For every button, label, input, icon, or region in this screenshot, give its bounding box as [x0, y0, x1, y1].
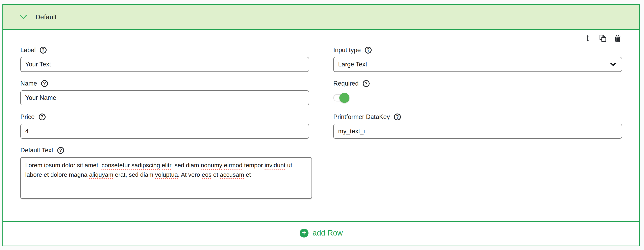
- row-config-body: Label ? Name ? Price ?: [3, 30, 639, 222]
- select-caret-icon: [610, 63, 616, 66]
- field-label: Default Text ?: [20, 146, 309, 154]
- row-toolbar: [20, 34, 622, 43]
- duplicate-icon: [598, 34, 607, 43]
- name-input[interactable]: [20, 90, 309, 105]
- chevron-down-icon: [20, 15, 27, 19]
- datakey-field-label: Printformer DataKey: [333, 113, 390, 121]
- help-icon[interactable]: ?: [363, 80, 370, 87]
- help-icon[interactable]: ?: [365, 47, 372, 54]
- required-toggle-row: [333, 90, 622, 105]
- field-label: Label ?: [20, 46, 309, 54]
- toggle-knob: [339, 93, 350, 103]
- price-field-group: Price ?: [20, 113, 309, 139]
- label-field-label: Label: [20, 46, 36, 54]
- help-icon[interactable]: ?: [57, 147, 64, 154]
- price-input[interactable]: [20, 124, 309, 139]
- add-row-label: add Row: [312, 229, 343, 237]
- input-type-field-group: Input type ? Large Text: [333, 46, 622, 72]
- required-field-label: Required: [333, 80, 359, 87]
- form-column-left: Label ? Name ? Price ?: [20, 46, 309, 206]
- add-row-button[interactable]: + add Row: [3, 222, 639, 244]
- label-field-group: Label ?: [20, 46, 309, 72]
- trash-icon: [614, 34, 622, 43]
- help-icon[interactable]: ?: [39, 114, 46, 120]
- help-icon[interactable]: ?: [394, 114, 401, 120]
- datakey-field-group: Printformer DataKey ?: [333, 113, 622, 139]
- move-row-button[interactable]: [583, 34, 592, 43]
- name-field-group: Name ?: [20, 80, 309, 105]
- required-toggle[interactable]: [333, 94, 349, 102]
- help-icon[interactable]: ?: [41, 80, 48, 87]
- required-field-group: Required ?: [333, 80, 622, 105]
- row-config-panel: Default: [2, 4, 640, 246]
- field-label: Required ?: [333, 80, 622, 88]
- collapsible-section-header[interactable]: Default: [3, 5, 639, 30]
- default-text-field-label: Default Text: [20, 147, 53, 154]
- move-vertical-icon: [586, 34, 590, 43]
- default-text-field-group: Default Text ? Lorem ipsum dolor sit ame…: [20, 146, 309, 199]
- plus-icon: +: [300, 229, 308, 238]
- delete-row-button[interactable]: [613, 34, 622, 43]
- input-type-field-label: Input type: [333, 46, 361, 54]
- input-type-select[interactable]: Large Text: [333, 57, 622, 72]
- datakey-input[interactable]: [333, 124, 622, 139]
- duplicate-row-button[interactable]: [598, 34, 607, 43]
- field-label: Price ?: [20, 113, 309, 121]
- help-icon[interactable]: ?: [40, 47, 46, 54]
- section-title: Default: [36, 13, 57, 21]
- input-type-selected-value: Large Text: [338, 61, 367, 68]
- default-text-textarea[interactable]: Lorem ipsum dolor sit amet, consetetur s…: [20, 157, 312, 199]
- field-label: Input type ?: [333, 46, 622, 54]
- form-column-right: Input type ? Large Text Requ: [333, 46, 622, 206]
- price-field-label: Price: [20, 113, 35, 121]
- field-label: Printformer DataKey ?: [333, 113, 622, 121]
- field-label: Name ?: [20, 80, 309, 88]
- name-field-label: Name: [20, 80, 37, 87]
- label-input[interactable]: [20, 57, 309, 72]
- form-grid: Label ? Name ? Price ?: [20, 46, 622, 206]
